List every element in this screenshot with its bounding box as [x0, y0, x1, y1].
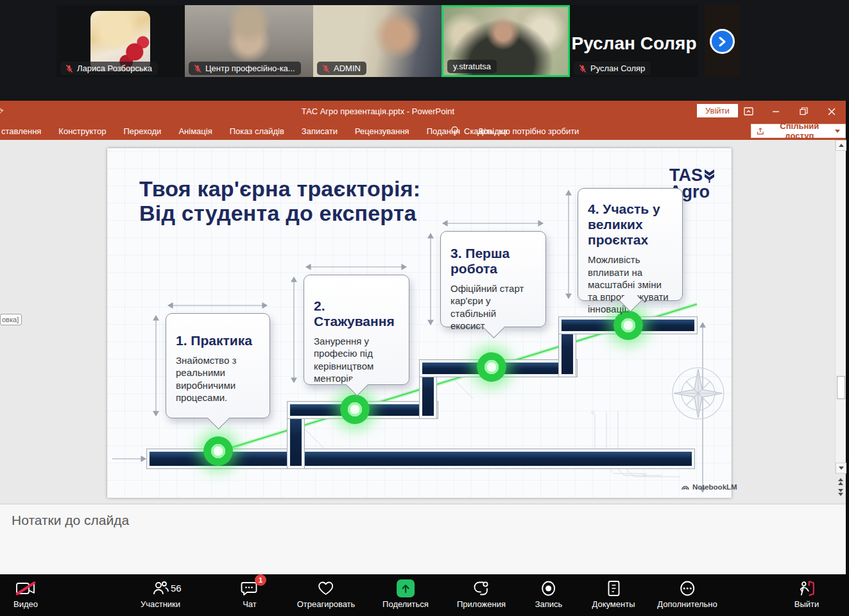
- ribbon-tab-row: ставлення Конструктор Переходи Анімація …: [1, 122, 508, 140]
- document-icon: [606, 580, 621, 597]
- tab-animations[interactable]: Анімація: [178, 126, 212, 136]
- slide-canvas[interactable]: Твоя кар'єрна траєкторія: Від студента д…: [107, 148, 732, 498]
- powerpoint-titlebar: ⟳ ТАС Агро презентація.pptx - PowerPoint…: [0, 101, 846, 122]
- toolbar-label: Чат: [243, 599, 257, 609]
- scrollbar-thumb[interactable]: [837, 376, 845, 399]
- chat-button[interactable]: 1 Чат: [241, 579, 259, 609]
- participant-label: Лариса Розборська: [60, 62, 158, 75]
- restore-button[interactable]: [791, 101, 816, 122]
- participants-icon: [151, 580, 169, 597]
- participant-tile[interactable]: Руслан Соляр Руслан Соляр: [570, 5, 698, 77]
- step-callout-2: 2. Стажування Занурення у професію під к…: [304, 275, 409, 385]
- toolbar-label: Приложения: [457, 599, 506, 609]
- record-button[interactable]: Запись: [535, 579, 563, 609]
- chevron-right-icon: [719, 37, 726, 47]
- filmstrip-overflow-tile: [705, 5, 740, 77]
- participant-tile-active-speaker[interactable]: y.stratutsa: [442, 5, 570, 77]
- toolbar-label: Отреагировать: [297, 599, 356, 609]
- mic-muted-icon: [193, 64, 202, 73]
- milestone-node-2: [340, 395, 370, 424]
- close-button[interactable]: [819, 101, 845, 122]
- toolbar-label: Поделиться: [382, 599, 429, 609]
- minimize-button[interactable]: [763, 101, 789, 122]
- record-icon: [540, 580, 557, 597]
- double-up-icon2: [838, 482, 843, 485]
- apps-icon: [472, 580, 490, 597]
- double-down-icon: [838, 489, 843, 492]
- double-down-icon2: [838, 493, 843, 496]
- next-slide-button[interactable]: [835, 487, 846, 497]
- slide-workspace: Твоя кар'єрна траєкторія: Від студента д…: [0, 140, 846, 504]
- scroll-up-button[interactable]: [836, 140, 846, 151]
- toolbar-label: Документы: [592, 599, 635, 609]
- slide-title: Твоя кар'єрна траєкторія: Від студента д…: [139, 176, 420, 225]
- tell-me-label: Скажіть, що потрібно зробити: [464, 126, 579, 136]
- logo-text-top: TAS: [669, 167, 703, 184]
- more-button[interactable]: Дополнительно: [657, 579, 717, 609]
- participant-tile[interactable]: Лариса Розборська: [56, 5, 185, 77]
- participants-button[interactable]: 56 Участники: [141, 579, 180, 609]
- vertical-scrollbar[interactable]: [835, 140, 846, 474]
- step-heading: 1. Практика: [176, 333, 261, 348]
- tab-slideshow[interactable]: Показ слайдів: [230, 126, 284, 136]
- share-screen-icon: [397, 579, 415, 597]
- toolbar-label: Выйти: [794, 599, 819, 609]
- step-heading: 2. Стажування: [314, 298, 400, 329]
- slide-title-line1: Твоя кар'єрна траєкторія:: [139, 176, 420, 201]
- tab-design[interactable]: Конструктор: [58, 126, 106, 136]
- video-button[interactable]: Видео: [13, 579, 38, 609]
- triangle-down-icon: [839, 466, 844, 470]
- tab-transitions[interactable]: Переходи: [123, 126, 161, 136]
- participant-name: Центр професійно-ка...: [205, 64, 295, 73]
- ribbon-display-options-button[interactable]: [735, 101, 761, 122]
- slide-title-line2: Від студента до експерта: [139, 201, 420, 225]
- step-heading: 4. Участь у великих проєктах: [588, 201, 673, 248]
- participant-tile[interactable]: ADMIN: [313, 5, 442, 77]
- powerpoint-ribbon: ставлення Конструктор Переходи Анімація …: [0, 122, 846, 140]
- react-button[interactable]: Отреагировать: [297, 579, 356, 609]
- toolbar-label: Дополнительно: [657, 599, 717, 609]
- tab-review[interactable]: Рецензування: [355, 126, 409, 136]
- notebooklm-watermark: NotebookLM: [681, 483, 737, 491]
- tab-record[interactable]: Записати: [302, 126, 338, 136]
- step-body: Можливість впливати на масштабні зміни т…: [588, 253, 673, 315]
- minimize-icon: [772, 108, 780, 116]
- tab-insert-partial[interactable]: ставлення: [1, 126, 41, 136]
- participant-display-name: Руслан Соляр: [570, 33, 698, 54]
- participants-count: 56: [171, 583, 182, 594]
- participant-label: ADMIN: [317, 62, 366, 75]
- step-heading: 3. Перша робота: [450, 246, 536, 277]
- slide-notes-pane[interactable]: Нотатки до слайда: [0, 504, 846, 574]
- share-screen-button[interactable]: Поделиться: [382, 579, 429, 609]
- toolbar-label: Запись: [535, 599, 563, 609]
- share-access-button[interactable]: Спільний доступ: [751, 124, 846, 138]
- participant-name: Лариса Розборська: [77, 64, 152, 73]
- share-access-label: Спільний доступ: [768, 121, 831, 141]
- participant-name: Руслан Соляр: [590, 64, 645, 73]
- heart-icon: [317, 580, 335, 597]
- next-participants-button[interactable]: [710, 29, 735, 54]
- step-callout-3: 3. Перша робота Офіційний старт кар'єри …: [440, 231, 546, 327]
- participant-label: Руслан Соляр: [574, 62, 651, 75]
- leave-meeting-icon: [797, 580, 816, 597]
- documents-button[interactable]: Документы: [592, 579, 635, 609]
- step-callout-1: 1. Практика Знайомство з реальними вироб…: [166, 313, 270, 418]
- participant-filmstrip: Лариса Розборська Центр професійно-ка...…: [0, 0, 849, 101]
- milestone-node-3: [477, 352, 506, 382]
- sign-in-button[interactable]: Увійти: [697, 104, 738, 117]
- leave-button[interactable]: Выйти: [794, 579, 819, 609]
- screen: Лариса Розборська Центр професійно-ка...…: [0, 0, 849, 616]
- apps-button[interactable]: Приложения: [457, 579, 506, 609]
- scroll-down-button[interactable]: [836, 463, 846, 474]
- mic-muted-icon: [322, 64, 330, 73]
- chevron-down-icon: [835, 130, 840, 133]
- step-body: Знайомство з реальними виробничими проце…: [176, 354, 261, 404]
- participant-tile[interactable]: Центр професійно-ка...: [185, 5, 313, 77]
- participant-label: Центр професійно-ка...: [189, 62, 301, 75]
- toolbar-label: Видео: [13, 599, 38, 609]
- restore-icon: [800, 107, 808, 116]
- previous-slide-button[interactable]: [835, 476, 846, 486]
- share-icon: [757, 127, 764, 135]
- participant-label: y.stratutsa: [447, 60, 497, 73]
- tell-me-box[interactable]: Скажіть, що потрібно зробити: [450, 122, 579, 140]
